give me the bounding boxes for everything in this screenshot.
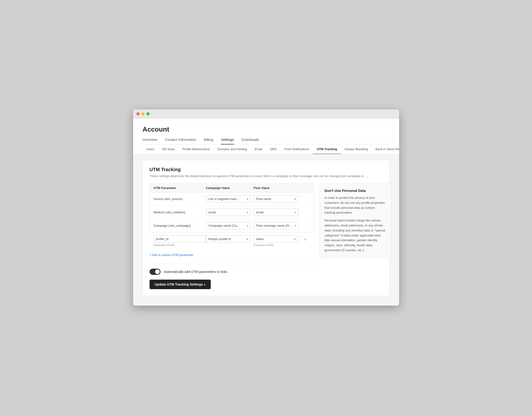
subtab-back-in-stock[interactable]: Back In Stock Reports <box>372 144 399 154</box>
card-description: These settings determine the default beh… <box>150 174 383 178</box>
tab-billing[interactable]: Billing <box>204 138 213 144</box>
add-custom-param-link[interactable]: + Add a custom UTM parameter <box>150 253 194 257</box>
campaign-campaign-select[interactable]: Campaign name (Ca... Flow name email Val… <box>206 222 251 229</box>
custom-param-row: Characters 10/100 Klaviyo profile id ema… <box>150 232 314 249</box>
info-box-paragraph2: Personal data includes things like names… <box>324 218 386 253</box>
source-flow-select[interactable]: Flow name List or segment nam... email V… <box>254 195 298 203</box>
utm-tracking-card: UTM Tracking These settings determine th… <box>143 160 390 296</box>
update-settings-button[interactable]: Update UTM Tracking Settings » <box>150 280 211 289</box>
tab-settings[interactable]: Settings <box>221 138 234 144</box>
info-box-title: Don't Use Personal Data <box>324 188 386 193</box>
medium-flow-select-wrapper: email Flow name Value ▼ <box>254 208 298 216</box>
bottom-section: Automatically add UTM parameters to link… <box>150 264 314 289</box>
campaign-flow-select[interactable]: Flow message name (Fl... Flow name email… <box>254 222 298 229</box>
auto-utm-toggle[interactable] <box>150 269 161 275</box>
source-flow-select-wrapper: Flow name List or segment nam... email V… <box>254 195 298 203</box>
campaign-campaign-select-wrapper: Campaign name (Ca... Flow name email Val… <box>206 222 251 229</box>
medium-campaign-select[interactable]: email Flow name Value <box>206 208 251 216</box>
utm-table-section: UTM Parameter Campaign Value Flow Value … <box>150 184 314 289</box>
custom-param-input[interactable] <box>153 235 206 243</box>
app-window: Account Overview Contact Information Bil… <box>133 109 399 306</box>
source-campaign-select-wrapper: List or segment nam... Flow name email V… <box>206 195 251 203</box>
delete-custom-row-button[interactable]: ✕ <box>301 236 310 243</box>
char-count-input: Characters 10/100 <box>153 244 206 247</box>
info-box-paragraph1: In order to protect the privacy of your … <box>324 196 386 215</box>
subtab-klaviyo-branding[interactable]: Klaviyo Branding <box>341 144 372 154</box>
custom-flow-select-col: Value Flow name email ▼ Characters 0/100 <box>253 235 301 247</box>
table-row: Campaign (utm_campaign) Campaign name (C… <box>150 219 314 232</box>
col-header-campaign: Campaign Value <box>206 186 254 190</box>
param-medium-label: Medium (utm_medium) <box>154 210 206 214</box>
col-header-param: UTM Parameter <box>154 186 206 190</box>
tab-contact[interactable]: Contact Information <box>165 138 196 144</box>
campaign-flow-select-wrapper: Flow message name (Fl... Flow name email… <box>254 222 298 229</box>
subtab-sms[interactable]: SMS <box>266 144 281 154</box>
subtab-profile-maintenance[interactable]: Profile Maintenance <box>179 144 214 154</box>
custom-flow-select[interactable]: Value Flow name email <box>253 235 298 243</box>
char-count-flow: Characters 0/100 <box>253 244 301 247</box>
toggle-knob <box>155 269 160 274</box>
subtab-users[interactable]: Users <box>143 144 158 154</box>
col-header-flow: Flow Value <box>254 186 301 190</box>
medium-flow-select[interactable]: email Flow name Value <box>254 208 298 216</box>
custom-campaign-select-wrapper: Klaviyo profile id email Flow name Value… <box>206 235 250 243</box>
subtab-email[interactable]: Email <box>251 144 266 154</box>
toggle-row: Automatically add UTM parameters to link… <box>150 269 314 275</box>
close-button[interactable] <box>136 112 140 115</box>
personal-data-info-box: Don't Use Personal Data In order to prot… <box>320 184 391 258</box>
top-tabs: Overview Contact Information Billing Set… <box>143 138 390 144</box>
subtab-api-keys[interactable]: API Keys <box>158 144 178 154</box>
source-campaign-select[interactable]: List or segment nam... Flow name email V… <box>206 195 251 203</box>
tab-downloads[interactable]: Downloads <box>241 138 259 144</box>
subtab-utm-tracking[interactable]: UTM Tracking <box>313 144 341 154</box>
subtab-domains-hosting[interactable]: Domains and Hosting <box>214 144 251 154</box>
minimize-button[interactable] <box>142 112 144 115</box>
titlebar <box>133 109 399 119</box>
page-title: Account <box>143 126 390 133</box>
maximize-button[interactable] <box>146 112 150 115</box>
table-row: Source (utm_source) List or segment nam.… <box>150 192 314 206</box>
custom-campaign-select[interactable]: Klaviyo profile id email Flow name Value <box>206 235 250 243</box>
content-area: Account Overview Contact Information Bil… <box>133 119 399 144</box>
table-row: Medium (utm_medium) email Flow name Valu… <box>150 206 314 219</box>
tab-overview[interactable]: Overview <box>143 138 158 144</box>
custom-param-input-wrapper: Characters 10/100 <box>153 235 206 247</box>
utm-layout: UTM Parameter Campaign Value Flow Value … <box>150 184 383 289</box>
table-header: UTM Parameter Campaign Value Flow Value <box>150 184 314 192</box>
subtab-push-notifications[interactable]: Push Notifications <box>281 144 313 154</box>
medium-campaign-select-wrapper: email Flow name Value ▼ <box>206 208 251 216</box>
card-title: UTM Tracking <box>150 167 383 172</box>
utm-info-box: Don't Use Personal Data In order to prot… <box>320 184 391 289</box>
table-body: Source (utm_source) List or segment nam.… <box>150 192 314 232</box>
toggle-label: Automatically add UTM parameters to link… <box>164 270 228 274</box>
sub-tabs: Users API Keys Profile Maintenance Domai… <box>133 144 399 154</box>
custom-flow-select-wrapper: Value Flow name email ▼ <box>253 235 298 243</box>
main-content: UTM Tracking These settings determine th… <box>133 154 399 306</box>
param-campaign-label: Campaign (utm_campaign) <box>154 224 206 227</box>
param-source-label: Source (utm_source) <box>154 197 206 201</box>
